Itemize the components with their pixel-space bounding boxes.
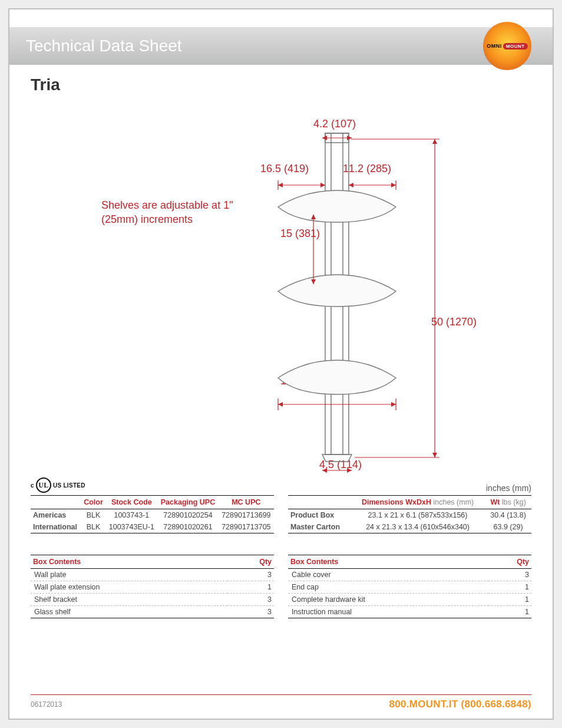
cell-qty: 3 xyxy=(488,569,531,581)
table-row: Complete hardware kit1 xyxy=(288,594,531,606)
footer-docno: 06172013 xyxy=(31,700,62,709)
cell-qty: 1 xyxy=(488,594,531,606)
cell-qty: 3 xyxy=(227,569,274,581)
table-row: Wall plate3 xyxy=(31,569,274,581)
svg-marker-24 xyxy=(432,139,437,144)
cell-color: BLK xyxy=(81,521,106,533)
th-wt: Wt lbs (kg) xyxy=(485,496,531,509)
svg-marker-20 xyxy=(391,402,396,407)
th-box-contents: Box Contents xyxy=(288,555,488,569)
table-row: Instruction manual1 xyxy=(288,606,531,618)
th-mc-upc: MC UPC xyxy=(219,496,274,509)
page-frame: Technical Data Sheet OMNI MOUNT Tria She… xyxy=(8,8,554,720)
svg-marker-9 xyxy=(320,183,325,187)
cell-qty: 1 xyxy=(488,606,531,618)
dimension-diagram: Shelves are adjustable at 1" (25mm) incr… xyxy=(31,98,531,475)
cell-region: International xyxy=(31,521,81,533)
cell-qty: 1 xyxy=(227,581,274,594)
th-dims: Dimensions WxDxH inches (mm) xyxy=(351,496,485,509)
th-color: Color xyxy=(81,496,106,509)
cell-pkg-dims: 23.1 x 21 x 6.1 (587x533x156) xyxy=(351,509,485,522)
cell-item: End cap xyxy=(288,581,488,594)
content-area: Shelves are adjustable at 1" (25mm) incr… xyxy=(31,98,531,716)
cell-region: Americas xyxy=(31,509,81,522)
ul-icon: UL xyxy=(36,477,51,493)
th-box-contents: Box Contents xyxy=(31,555,227,569)
th-qty: Qty xyxy=(227,555,274,569)
upc-table: Color Stock Code Packaging UPC MC UPC Am… xyxy=(31,495,274,533)
header-band: Technical Data Sheet OMNI MOUNT xyxy=(9,27,553,65)
svg-marker-30 xyxy=(347,468,352,473)
th-blank xyxy=(288,496,351,509)
cell-pkg-wt: 63.9 (29) xyxy=(485,521,531,533)
svg-marker-19 xyxy=(278,402,283,407)
cell-pkg-label: Master Carton xyxy=(288,521,351,533)
table-row: Wall plate extension1 xyxy=(31,581,274,594)
cell-mc-upc: 728901713699 xyxy=(219,509,274,522)
cert-suffix: US LISTED xyxy=(53,482,85,489)
cell-pack-upc: 728901020261 xyxy=(157,521,218,533)
svg-marker-5 xyxy=(322,136,327,140)
footer-phone: 800.MOUNT.IT (800.668.6848) xyxy=(389,699,532,710)
th-qty: Qty xyxy=(488,555,531,569)
svg-marker-25 xyxy=(432,453,437,457)
table-row: International BLK 1003743EU-1 7289010202… xyxy=(31,521,274,533)
cell-color: BLK xyxy=(81,509,106,522)
cell-pack-upc: 728901020254 xyxy=(157,509,218,522)
page-title: Technical Data Sheet xyxy=(26,37,182,55)
cell-qty: 3 xyxy=(227,606,274,618)
th-dims-label: Dimensions WxDxH xyxy=(362,498,431,506)
th-stock: Stock Code xyxy=(105,496,157,509)
cell-item: Wall plate extension xyxy=(31,581,227,594)
box-contents-right: Box Contents Qty Cable cover3End cap1Com… xyxy=(288,555,531,618)
cell-pkg-label: Product Box xyxy=(288,509,351,522)
svg-marker-13 xyxy=(391,183,396,187)
product-title: Tria xyxy=(9,65,553,94)
brand-logo-right: MOUNT xyxy=(503,43,528,50)
svg-marker-6 xyxy=(347,136,352,140)
table-row: End cap1 xyxy=(288,581,531,594)
brand-logo: OMNI MOUNT xyxy=(483,22,531,70)
table-row: Americas BLK 1003743-1 728901020254 7289… xyxy=(31,509,274,522)
cell-item: Wall plate xyxy=(31,569,227,581)
th-dims-sub: inches (mm) xyxy=(433,498,474,506)
units-label: inches (mm) xyxy=(486,483,531,493)
brand-logo-left: OMNI xyxy=(487,43,502,49)
cell-item: Shelf bracket xyxy=(31,594,227,606)
cell-pkg-dims: 24 x 21.3 x 13.4 (610x546x340) xyxy=(351,521,485,533)
table-row: Glass shelf3 xyxy=(31,606,274,618)
th-wt-sub: lbs (kg) xyxy=(502,498,526,506)
cell-mc-upc: 728901713705 xyxy=(219,521,274,533)
svg-marker-8 xyxy=(278,183,283,187)
cell-item: Glass shelf xyxy=(31,606,227,618)
dimensions-table: Dimensions WxDxH inches (mm) Wt lbs (kg)… xyxy=(288,495,531,533)
table-row: Master Carton 24 x 21.3 x 13.4 (610x546x… xyxy=(288,521,531,533)
certification-mark: c UL US LISTED xyxy=(31,477,85,493)
th-blank xyxy=(31,496,81,509)
cell-stock: 1003743EU-1 xyxy=(105,521,157,533)
table-row: Cable cover3 xyxy=(288,569,531,581)
box-contents-left: Box Contents Qty Wall plate3Wall plate e… xyxy=(31,555,274,618)
th-wt-label: Wt xyxy=(490,498,500,506)
table-row: Product Box 23.1 x 21 x 6.1 (587x533x156… xyxy=(288,509,531,522)
product-drawing xyxy=(207,110,472,481)
svg-marker-29 xyxy=(322,468,327,473)
svg-marker-12 xyxy=(349,183,353,187)
cell-qty: 1 xyxy=(488,581,531,594)
cell-stock: 1003743-1 xyxy=(105,509,157,522)
cell-pkg-wt: 30.4 (13.8) xyxy=(485,509,531,522)
page-footer: 06172013 800.MOUNT.IT (800.668.6848) xyxy=(31,694,531,710)
table-row: Shelf bracket3 xyxy=(31,594,274,606)
cert-prefix: c xyxy=(31,482,34,489)
cell-qty: 3 xyxy=(227,594,274,606)
cell-item: Complete hardware kit xyxy=(288,594,488,606)
cell-item: Cable cover xyxy=(288,569,488,581)
cell-item: Instruction manual xyxy=(288,606,488,618)
th-pack-upc: Packaging UPC xyxy=(157,496,218,509)
